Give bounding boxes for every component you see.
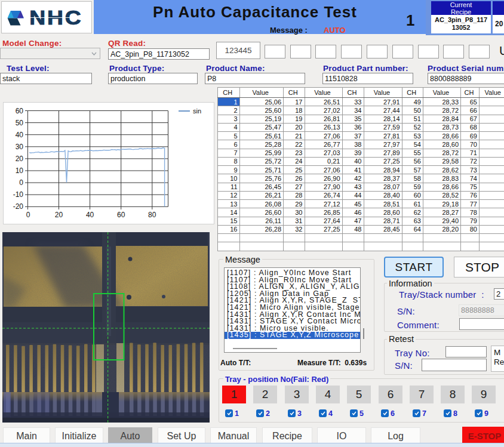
svg-text:sin: sin <box>193 107 201 115</box>
svg-text:0: 0 <box>26 211 30 219</box>
svg-text:-20: -20 <box>13 202 24 211</box>
svg-text:-10: -10 <box>13 190 24 199</box>
svg-text:60: 60 <box>16 107 24 115</box>
svg-text:50: 50 <box>16 119 24 127</box>
svg-text:20: 20 <box>16 155 24 163</box>
svg-text:40: 40 <box>16 131 24 139</box>
svg-text:60: 60 <box>117 211 125 219</box>
svg-text:30: 30 <box>16 143 24 151</box>
svg-text:40: 40 <box>86 211 94 219</box>
svg-text:80: 80 <box>148 211 156 219</box>
svg-text:20: 20 <box>55 211 63 219</box>
svg-text:0: 0 <box>19 178 23 187</box>
svg-text:10: 10 <box>16 167 24 175</box>
